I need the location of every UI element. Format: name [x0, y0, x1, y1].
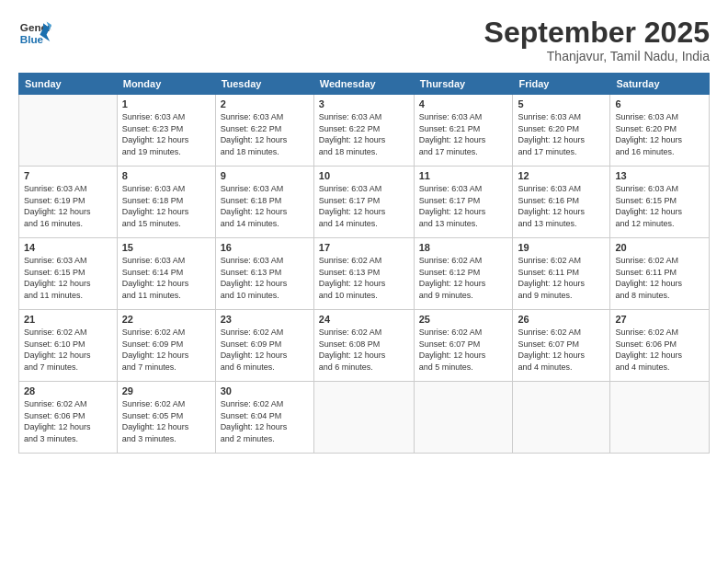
day-info: Sunrise: 6:02 AMSunset: 6:09 PMDaylight:…	[221, 327, 309, 373]
day-number: 11	[419, 170, 508, 181]
day-cell: 7Sunrise: 6:03 AMSunset: 6:19 PMDaylight…	[19, 167, 118, 238]
day-cell	[19, 95, 118, 167]
day-number: 14	[24, 242, 112, 253]
day-info: Sunrise: 6:02 AMSunset: 6:11 PMDaylight:…	[615, 255, 704, 301]
col-header-friday: Friday	[513, 74, 610, 95]
day-info: Sunrise: 6:02 AMSunset: 6:11 PMDaylight:…	[518, 255, 605, 301]
header: General Blue September 2025 Thanjavur, T…	[18, 17, 710, 63]
day-number: 20	[615, 242, 704, 253]
day-info: Sunrise: 6:03 AMSunset: 6:16 PMDaylight:…	[518, 183, 605, 229]
title-area: September 2025 Thanjavur, Tamil Nadu, In…	[484, 17, 710, 63]
day-info: Sunrise: 6:03 AMSunset: 6:20 PMDaylight:…	[518, 111, 605, 157]
day-cell: 9Sunrise: 6:03 AMSunset: 6:18 PMDaylight…	[215, 167, 313, 238]
day-number: 7	[24, 170, 112, 181]
day-cell: 12Sunrise: 6:03 AMSunset: 6:16 PMDayligh…	[513, 167, 610, 238]
day-number: 6	[615, 98, 704, 109]
day-info: Sunrise: 6:02 AMSunset: 6:13 PMDaylight:…	[319, 255, 409, 301]
col-header-thursday: Thursday	[414, 74, 513, 95]
week-row-2: 7Sunrise: 6:03 AMSunset: 6:19 PMDaylight…	[19, 167, 710, 238]
day-info: Sunrise: 6:03 AMSunset: 6:22 PMDaylight:…	[221, 111, 309, 157]
day-cell: 27Sunrise: 6:02 AMSunset: 6:06 PMDayligh…	[610, 310, 710, 382]
day-number: 19	[518, 242, 605, 253]
day-info: Sunrise: 6:03 AMSunset: 6:19 PMDaylight:…	[24, 183, 112, 229]
day-cell: 26Sunrise: 6:02 AMSunset: 6:07 PMDayligh…	[513, 310, 610, 382]
day-info: Sunrise: 6:02 AMSunset: 6:07 PMDaylight:…	[419, 327, 508, 373]
day-cell: 25Sunrise: 6:02 AMSunset: 6:07 PMDayligh…	[414, 310, 513, 382]
day-info: Sunrise: 6:03 AMSunset: 6:23 PMDaylight:…	[122, 111, 210, 157]
day-number: 21	[24, 314, 112, 325]
day-info: Sunrise: 6:03 AMSunset: 6:21 PMDaylight:…	[419, 111, 508, 157]
day-cell: 1Sunrise: 6:03 AMSunset: 6:23 PMDaylight…	[117, 95, 215, 167]
day-info: Sunrise: 6:03 AMSunset: 6:18 PMDaylight:…	[221, 183, 309, 229]
day-cell: 15Sunrise: 6:03 AMSunset: 6:14 PMDayligh…	[117, 238, 215, 310]
day-info: Sunrise: 6:03 AMSunset: 6:17 PMDaylight:…	[419, 183, 508, 229]
day-cell: 14Sunrise: 6:03 AMSunset: 6:15 PMDayligh…	[19, 238, 118, 310]
day-number: 24	[319, 314, 409, 325]
day-cell: 6Sunrise: 6:03 AMSunset: 6:20 PMDaylight…	[610, 95, 710, 167]
week-row-3: 14Sunrise: 6:03 AMSunset: 6:15 PMDayligh…	[19, 238, 710, 310]
calendar-table: SundayMondayTuesdayWednesdayThursdayFrid…	[18, 73, 710, 454]
col-header-tuesday: Tuesday	[215, 74, 313, 95]
day-number: 9	[221, 170, 309, 181]
day-number: 28	[24, 385, 112, 396]
day-number: 26	[518, 314, 605, 325]
day-info: Sunrise: 6:03 AMSunset: 6:15 PMDaylight:…	[615, 183, 704, 229]
day-cell	[313, 382, 414, 454]
day-cell: 21Sunrise: 6:02 AMSunset: 6:10 PMDayligh…	[19, 310, 118, 382]
day-number: 2	[221, 98, 309, 109]
day-info: Sunrise: 6:03 AMSunset: 6:18 PMDaylight:…	[122, 183, 210, 229]
day-cell: 18Sunrise: 6:02 AMSunset: 6:12 PMDayligh…	[414, 238, 513, 310]
day-number: 5	[518, 98, 605, 109]
page: General Blue September 2025 Thanjavur, T…	[0, 0, 728, 563]
col-header-sunday: Sunday	[19, 74, 118, 95]
day-info: Sunrise: 6:02 AMSunset: 6:12 PMDaylight:…	[419, 255, 508, 301]
week-row-1: 1Sunrise: 6:03 AMSunset: 6:23 PMDaylight…	[19, 95, 710, 167]
day-cell: 8Sunrise: 6:03 AMSunset: 6:18 PMDaylight…	[117, 167, 215, 238]
day-number: 13	[615, 170, 704, 181]
day-cell: 30Sunrise: 6:02 AMSunset: 6:04 PMDayligh…	[215, 382, 313, 454]
day-number: 1	[122, 98, 210, 109]
day-info: Sunrise: 6:03 AMSunset: 6:20 PMDaylight:…	[615, 111, 704, 157]
day-cell: 3Sunrise: 6:03 AMSunset: 6:22 PMDaylight…	[313, 95, 414, 167]
day-number: 17	[319, 242, 409, 253]
day-cell: 16Sunrise: 6:03 AMSunset: 6:13 PMDayligh…	[215, 238, 313, 310]
day-cell: 4Sunrise: 6:03 AMSunset: 6:21 PMDaylight…	[414, 95, 513, 167]
day-number: 30	[221, 385, 309, 396]
day-cell: 11Sunrise: 6:03 AMSunset: 6:17 PMDayligh…	[414, 167, 513, 238]
day-cell: 2Sunrise: 6:03 AMSunset: 6:22 PMDaylight…	[215, 95, 313, 167]
day-cell	[610, 382, 710, 454]
day-cell: 13Sunrise: 6:03 AMSunset: 6:15 PMDayligh…	[610, 167, 710, 238]
col-header-saturday: Saturday	[610, 74, 710, 95]
header-row: SundayMondayTuesdayWednesdayThursdayFrid…	[19, 74, 710, 95]
day-number: 29	[122, 385, 210, 396]
day-number: 10	[319, 170, 409, 181]
day-number: 3	[319, 98, 409, 109]
day-cell: 28Sunrise: 6:02 AMSunset: 6:06 PMDayligh…	[19, 382, 118, 454]
day-number: 4	[419, 98, 508, 109]
logo-icon: General Blue	[18, 17, 51, 50]
day-info: Sunrise: 6:02 AMSunset: 6:08 PMDaylight:…	[319, 327, 409, 373]
week-row-4: 21Sunrise: 6:02 AMSunset: 6:10 PMDayligh…	[19, 310, 710, 382]
day-cell: 23Sunrise: 6:02 AMSunset: 6:09 PMDayligh…	[215, 310, 313, 382]
week-row-5: 28Sunrise: 6:02 AMSunset: 6:06 PMDayligh…	[19, 382, 710, 454]
day-cell: 24Sunrise: 6:02 AMSunset: 6:08 PMDayligh…	[313, 310, 414, 382]
day-number: 18	[419, 242, 508, 253]
day-info: Sunrise: 6:03 AMSunset: 6:22 PMDaylight:…	[319, 111, 409, 157]
day-cell: 19Sunrise: 6:02 AMSunset: 6:11 PMDayligh…	[513, 238, 610, 310]
day-info: Sunrise: 6:03 AMSunset: 6:17 PMDaylight:…	[319, 183, 409, 229]
day-info: Sunrise: 6:02 AMSunset: 6:09 PMDaylight:…	[122, 327, 210, 373]
day-cell: 29Sunrise: 6:02 AMSunset: 6:05 PMDayligh…	[117, 382, 215, 454]
day-info: Sunrise: 6:03 AMSunset: 6:13 PMDaylight:…	[221, 255, 309, 301]
day-info: Sunrise: 6:02 AMSunset: 6:05 PMDaylight:…	[122, 398, 210, 444]
day-cell: 5Sunrise: 6:03 AMSunset: 6:20 PMDaylight…	[513, 95, 610, 167]
day-number: 23	[221, 314, 309, 325]
day-cell: 20Sunrise: 6:02 AMSunset: 6:11 PMDayligh…	[610, 238, 710, 310]
day-number: 8	[122, 170, 210, 181]
day-cell	[513, 382, 610, 454]
day-info: Sunrise: 6:02 AMSunset: 6:07 PMDaylight:…	[518, 327, 605, 373]
day-info: Sunrise: 6:02 AMSunset: 6:04 PMDaylight:…	[221, 398, 309, 444]
day-number: 16	[221, 242, 309, 253]
day-info: Sunrise: 6:03 AMSunset: 6:15 PMDaylight:…	[24, 255, 112, 301]
day-cell	[414, 382, 513, 454]
day-number: 22	[122, 314, 210, 325]
